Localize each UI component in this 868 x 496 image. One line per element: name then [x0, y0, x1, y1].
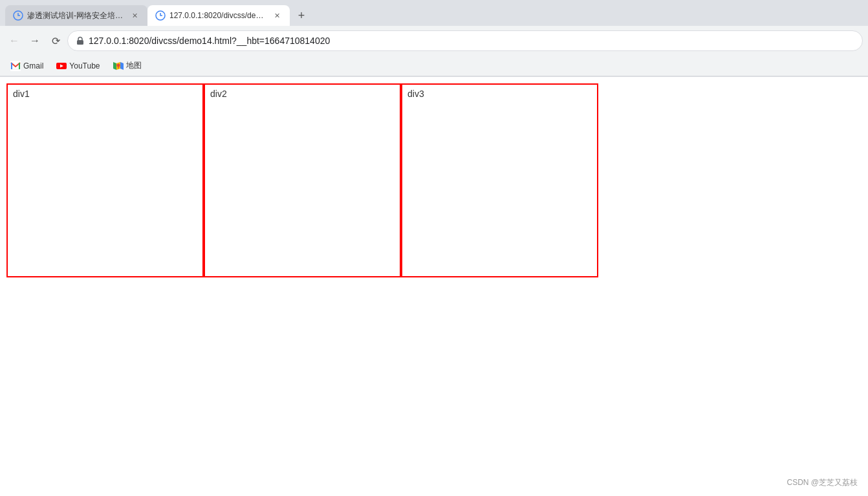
- nav-bar: ← → ⟳ 127.0.0.1:8020/divcss/demo14.html?…: [0, 26, 868, 56]
- tab2-favicon: [155, 10, 166, 21]
- tab1-close[interactable]: ✕: [129, 10, 140, 21]
- gmail-icon: [10, 61, 21, 71]
- svg-rect-4: [11, 63, 12, 69]
- div-box-1: div1: [6, 83, 204, 277]
- bookmark-youtube[interactable]: YouTube: [51, 59, 105, 73]
- bookmark-gmail-label: Gmail: [23, 61, 43, 70]
- address-text: 127.0.0.1:8020/divcss/demo14.html?__hbt=…: [89, 36, 330, 46]
- bookmark-maps[interactable]: 地图: [108, 58, 147, 73]
- div-box-3: div3: [401, 83, 598, 277]
- div1-label: div1: [13, 89, 30, 99]
- svg-rect-2: [77, 40, 83, 45]
- div3-label: div3: [407, 89, 424, 99]
- div2-label: div2: [210, 89, 227, 99]
- div-container: div1 div2 div3: [6, 83, 602, 277]
- svg-marker-9: [113, 62, 116, 70]
- tab1-title: 渗透测试培训-网络安全培训-暗...: [27, 10, 125, 21]
- back-button[interactable]: ←: [5, 32, 23, 50]
- tab-security[interactable]: 渗透测试培训-网络安全培训-暗... ✕: [5, 5, 147, 26]
- forward-button[interactable]: →: [26, 32, 44, 50]
- svg-rect-5: [19, 63, 20, 69]
- browser-chrome: 渗透测试培训-网络安全培训-暗... ✕ 127.0.0.1:8020/divc…: [0, 0, 868, 77]
- bookmarks-bar: Gmail YouTube: [0, 56, 868, 76]
- maps-icon: [113, 61, 124, 71]
- refresh-button[interactable]: ⟳: [47, 32, 65, 50]
- svg-marker-11: [120, 62, 124, 70]
- new-tab-button[interactable]: +: [292, 6, 310, 25]
- tab-bar: 渗透测试培训-网络安全培训-暗... ✕ 127.0.0.1:8020/divc…: [0, 0, 868, 26]
- svg-point-12: [116, 63, 120, 67]
- bookmark-gmail[interactable]: Gmail: [5, 59, 49, 73]
- tab1-favicon: [13, 10, 23, 21]
- div-box-2: div2: [204, 83, 401, 277]
- address-bar[interactable]: 127.0.0.1:8020/divcss/demo14.html?__hbt=…: [67, 30, 863, 51]
- bookmark-youtube-label: YouTube: [69, 61, 100, 70]
- page-content: div1 div2 div3: [0, 77, 868, 452]
- security-icon: [76, 36, 85, 45]
- youtube-icon: [56, 61, 67, 71]
- tab-demo14[interactable]: 127.0.0.1:8020/divcss/demo14 ✕: [147, 5, 290, 26]
- tab2-close[interactable]: ✕: [272, 10, 282, 21]
- tab2-title: 127.0.0.1:8020/divcss/demo14: [169, 11, 268, 20]
- bookmark-maps-label: 地图: [126, 60, 142, 71]
